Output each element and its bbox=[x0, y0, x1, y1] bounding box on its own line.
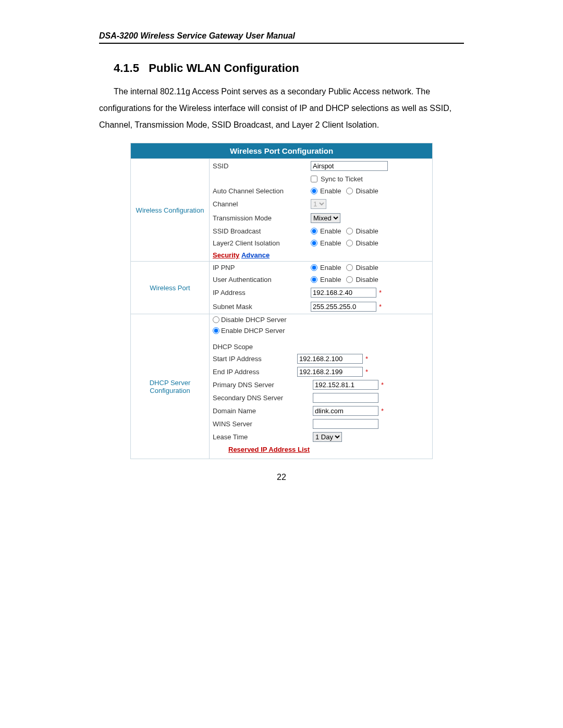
section3-label: DHCP Server Configuration bbox=[131, 314, 210, 459]
start-ip-input[interactable] bbox=[297, 354, 363, 364]
l2-isolation-label: Layer2 Client Isolation bbox=[213, 239, 311, 247]
ssid-input[interactable] bbox=[311, 161, 388, 171]
ssid-label: SSID bbox=[213, 162, 311, 170]
auto-channel-disable-radio[interactable] bbox=[346, 188, 353, 194]
section-number: 4.1.5 bbox=[114, 61, 139, 75]
end-ip-label: End IP Address bbox=[213, 368, 297, 376]
page-number: 22 bbox=[99, 473, 464, 482]
body-paragraph: The internal 802.11g Access Point serves… bbox=[99, 83, 464, 133]
user-auth-enable-label: Enable bbox=[320, 276, 341, 283]
secondary-dns-label: Secondary DNS Server bbox=[213, 394, 313, 402]
doc-header: DSA-3200 Wireless Service Gateway User M… bbox=[99, 31, 464, 44]
dhcp-enable-label: Enable DHCP Server bbox=[221, 327, 285, 335]
subnet-mask-input[interactable] bbox=[311, 302, 376, 312]
user-auth-label: User Authentication bbox=[213, 276, 311, 283]
section1-content: SSID Sync to Ticket Auto Channel Selecti… bbox=[210, 159, 433, 262]
ip-address-input[interactable] bbox=[311, 288, 376, 298]
ssid-broadcast-label: SSID Broadcast bbox=[213, 227, 311, 235]
security-link[interactable]: Security bbox=[213, 251, 239, 259]
channel-label: Channel bbox=[213, 200, 311, 208]
required-star: * bbox=[381, 407, 384, 415]
end-ip-input[interactable] bbox=[297, 367, 363, 377]
trans-mode-label: Transmission Mode bbox=[213, 214, 311, 222]
l2-isolation-disable-radio[interactable] bbox=[346, 240, 353, 246]
ssid-broadcast-enable-radio[interactable] bbox=[311, 228, 317, 235]
required-star: * bbox=[379, 289, 382, 297]
ip-pnp-enable-radio[interactable] bbox=[311, 264, 317, 271]
trans-mode-select[interactable]: Mixed bbox=[311, 213, 340, 223]
dhcp-disable-label: Disable DHCP Server bbox=[221, 316, 286, 324]
section2-content: IP PNP Enable Disable User Authenticatio… bbox=[210, 262, 433, 314]
advance-link[interactable]: Advance bbox=[241, 251, 270, 259]
required-star: * bbox=[365, 368, 368, 376]
page: DSA-3200 Wireless Service Gateway User M… bbox=[0, 0, 563, 728]
ip-pnp-enable-label: Enable bbox=[320, 264, 341, 272]
ssid-broadcast-disable-label: Disable bbox=[356, 227, 378, 235]
subnet-mask-label: Subnet Mask bbox=[213, 303, 311, 311]
sync-to-ticket-checkbox[interactable] bbox=[311, 176, 317, 182]
wins-server-input[interactable] bbox=[313, 419, 378, 429]
domain-name-label: Domain Name bbox=[213, 407, 313, 415]
section3-content: Disable DHCP Server Enable DHCP Server D… bbox=[210, 314, 433, 459]
dhcp-scope-label: DHCP Scope bbox=[213, 343, 253, 351]
primary-dns-input[interactable] bbox=[313, 380, 378, 390]
user-auth-disable-radio[interactable] bbox=[346, 276, 353, 283]
primary-dns-label: Primary DNS Server bbox=[213, 381, 313, 389]
dhcp-enable-radio[interactable] bbox=[213, 327, 219, 334]
auto-channel-enable-label: Enable bbox=[320, 187, 341, 195]
l2-isolation-enable-label: Enable bbox=[320, 239, 341, 247]
channel-select[interactable]: 1 bbox=[311, 199, 326, 209]
ssid-broadcast-disable-radio[interactable] bbox=[346, 228, 353, 235]
section-heading: 4.1.5 Public WLAN Configuration bbox=[114, 61, 464, 75]
auto-channel-disable-label: Disable bbox=[356, 187, 378, 195]
section1-label: Wireless Configuration bbox=[131, 159, 210, 262]
l2-isolation-disable-label: Disable bbox=[356, 239, 378, 247]
required-star: * bbox=[381, 381, 384, 389]
ip-pnp-disable-label: Disable bbox=[356, 264, 378, 272]
ip-pnp-disable-radio[interactable] bbox=[346, 264, 353, 271]
ip-address-label: IP Address bbox=[213, 289, 311, 297]
body-text: The internal 802.11g Access Point serves… bbox=[99, 87, 451, 129]
required-star: * bbox=[365, 355, 368, 363]
ssid-broadcast-enable-label: Enable bbox=[320, 227, 341, 235]
user-auth-enable-radio[interactable] bbox=[311, 276, 317, 283]
lease-time-label: Lease Time bbox=[213, 433, 313, 441]
secondary-dns-input[interactable] bbox=[313, 393, 378, 403]
dhcp-disable-radio[interactable] bbox=[213, 316, 219, 323]
domain-name-input[interactable] bbox=[313, 406, 378, 416]
panel-title: Wireless Port Configuration bbox=[131, 143, 433, 159]
section-title: Public WLAN Configuration bbox=[149, 61, 299, 75]
lease-time-select[interactable]: 1 Day bbox=[313, 432, 342, 442]
l2-isolation-enable-radio[interactable] bbox=[311, 240, 317, 246]
section2-label: Wireless Port bbox=[131, 262, 210, 314]
auto-channel-enable-radio[interactable] bbox=[311, 188, 317, 194]
auto-channel-label: Auto Channel Selection bbox=[213, 187, 311, 195]
reserved-ip-link[interactable]: Reserved IP Address List bbox=[228, 446, 310, 453]
wins-server-label: WINS Server bbox=[213, 420, 313, 428]
required-star: * bbox=[379, 303, 382, 311]
ip-pnp-label: IP PNP bbox=[213, 264, 311, 272]
sync-to-ticket-label: Sync to Ticket bbox=[321, 175, 363, 183]
start-ip-label: Start IP Address bbox=[213, 355, 297, 363]
user-auth-disable-label: Disable bbox=[356, 276, 378, 283]
config-table: Wireless Port Configuration Wireless Con… bbox=[130, 143, 433, 459]
